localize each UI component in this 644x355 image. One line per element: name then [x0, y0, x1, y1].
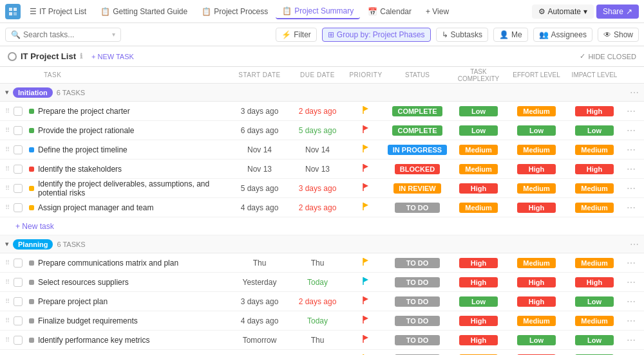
task-options-icon[interactable]: ⋯: [627, 145, 636, 155]
task-options-icon[interactable]: ⋯: [627, 203, 636, 213]
task-impact[interactable]: Low: [565, 335, 623, 345]
task-options[interactable]: ⋯: [623, 125, 639, 136]
task-effort[interactable]: High: [507, 277, 565, 287]
tab-calendar[interactable]: 📅 Calendar: [361, 5, 418, 19]
tab-getting-started[interactable]: 📋 Getting Started Guide: [94, 5, 194, 19]
task-priority[interactable]: [346, 334, 385, 345]
task-complexity[interactable]: High: [450, 335, 507, 345]
add-task-button[interactable]: + NEW TASK: [88, 51, 138, 62]
task-status[interactable]: COMPLETE: [385, 106, 450, 116]
task-checkbox[interactable]: [14, 336, 23, 345]
task-options[interactable]: ⋯: [623, 164, 639, 174]
subtasks-button[interactable]: ↳ Subtasks: [436, 28, 488, 42]
automate-button[interactable]: ⚙ Automate ▾: [532, 5, 594, 19]
task-effort[interactable]: Medium: [507, 145, 565, 155]
task-complexity[interactable]: Low: [450, 125, 507, 136]
new-task-initiation[interactable]: + New task: [0, 217, 644, 235]
task-priority[interactable]: [346, 105, 385, 116]
task-options[interactable]: ⋯: [623, 316, 639, 326]
task-complexity[interactable]: Medium: [450, 164, 507, 174]
task-impact[interactable]: High: [565, 277, 623, 287]
drag-handle[interactable]: ⠿: [5, 298, 10, 305]
phase-options-initiation[interactable]: ⋯: [630, 87, 639, 98]
task-checkbox[interactable]: [14, 145, 23, 154]
assignees-button[interactable]: 👥 Assignees: [533, 28, 592, 42]
task-complexity[interactable]: High: [450, 183, 507, 194]
share-button[interactable]: Share ↗: [596, 5, 639, 19]
task-priority[interactable]: [346, 277, 385, 287]
drag-handle[interactable]: ⠿: [5, 259, 10, 266]
task-effort[interactable]: Medium: [507, 258, 565, 268]
task-checkbox[interactable]: [14, 165, 23, 174]
task-priority[interactable]: [346, 144, 385, 155]
phase-toggle-planning[interactable]: ▾: [5, 240, 9, 248]
task-options-icon[interactable]: ⋯: [627, 183, 636, 194]
task-impact[interactable]: Low: [565, 125, 623, 136]
show-button[interactable]: 👁 Show: [598, 28, 639, 42]
tab-project-process[interactable]: 📋 Project Process: [195, 5, 274, 19]
task-status[interactable]: IN REVIEW: [385, 183, 450, 194]
task-priority[interactable]: [346, 315, 385, 326]
group-by-button[interactable]: ⊞ Group by: Project Phases: [322, 28, 431, 42]
task-options[interactable]: ⋯: [623, 296, 639, 307]
drag-handle[interactable]: ⠿: [5, 165, 10, 172]
me-button[interactable]: 👤 Me: [493, 28, 528, 42]
task-priority[interactable]: [346, 296, 385, 307]
task-impact[interactable]: Medium: [565, 316, 623, 326]
task-checkbox[interactable]: [14, 278, 23, 287]
task-options-icon[interactable]: ⋯: [627, 335, 636, 345]
drag-handle[interactable]: ⠿: [5, 336, 10, 343]
task-effort[interactable]: Low: [507, 125, 565, 136]
drag-handle[interactable]: ⠿: [5, 185, 10, 192]
task-options[interactable]: ⋯: [623, 203, 639, 213]
task-checkbox[interactable]: [14, 203, 23, 212]
drag-handle[interactable]: ⠿: [5, 278, 10, 286]
task-status[interactable]: BLOCKED: [385, 164, 450, 174]
task-priority[interactable]: [346, 257, 385, 268]
task-status[interactable]: IN PROGRESS: [385, 145, 450, 155]
task-options-icon[interactable]: ⋯: [627, 258, 636, 268]
task-impact[interactable]: Medium: [565, 203, 623, 213]
task-status[interactable]: COMPLETE: [385, 125, 450, 136]
drag-handle[interactable]: ⠿: [5, 204, 10, 211]
task-checkbox[interactable]: [14, 259, 23, 268]
task-options-icon[interactable]: ⋯: [627, 296, 636, 307]
task-effort[interactable]: High: [507, 164, 565, 174]
search-box[interactable]: 🔍 ▾: [5, 28, 121, 42]
task-checkbox[interactable]: [14, 184, 23, 193]
tab-it-project-list[interactable]: ☰ IT Project List: [23, 5, 93, 19]
task-status[interactable]: TO DO: [385, 277, 450, 287]
task-impact[interactable]: High: [565, 164, 623, 174]
task-options[interactable]: ⋯: [623, 277, 639, 287]
task-impact[interactable]: High: [565, 106, 623, 116]
task-options[interactable]: ⋯: [623, 183, 639, 194]
task-effort[interactable]: High: [507, 203, 565, 213]
task-options[interactable]: ⋯: [623, 106, 639, 116]
task-complexity[interactable]: High: [450, 258, 507, 268]
task-options-icon[interactable]: ⋯: [627, 164, 636, 174]
task-impact[interactable]: Medium: [565, 145, 623, 155]
task-priority[interactable]: [346, 202, 385, 213]
task-effort[interactable]: Low: [507, 335, 565, 345]
task-priority[interactable]: [346, 125, 385, 136]
task-options-icon[interactable]: ⋯: [627, 125, 636, 136]
task-options[interactable]: ⋯: [623, 258, 639, 268]
phase-toggle-initiation[interactable]: ▾: [5, 88, 9, 96]
task-complexity[interactable]: High: [450, 316, 507, 326]
task-effort[interactable]: Medium: [507, 106, 565, 116]
task-status[interactable]: TO DO: [385, 335, 450, 345]
tab-add-view[interactable]: + View: [419, 5, 455, 19]
task-options-icon[interactable]: ⋯: [627, 316, 636, 326]
task-status[interactable]: TO DO: [385, 203, 450, 213]
task-complexity[interactable]: Low: [450, 296, 507, 307]
task-options[interactable]: ⋯: [623, 335, 639, 345]
task-status[interactable]: TO DO: [385, 258, 450, 268]
task-status[interactable]: TO DO: [385, 296, 450, 307]
hide-closed-button[interactable]: ✓ HIDE CLOSED: [580, 52, 636, 60]
task-impact[interactable]: Medium: [565, 258, 623, 268]
task-options-icon[interactable]: ⋯: [627, 106, 636, 116]
drag-handle[interactable]: ⠿: [5, 127, 10, 134]
task-complexity[interactable]: Medium: [450, 145, 507, 155]
task-complexity[interactable]: Medium: [450, 203, 507, 213]
drag-handle[interactable]: ⠿: [5, 317, 10, 324]
